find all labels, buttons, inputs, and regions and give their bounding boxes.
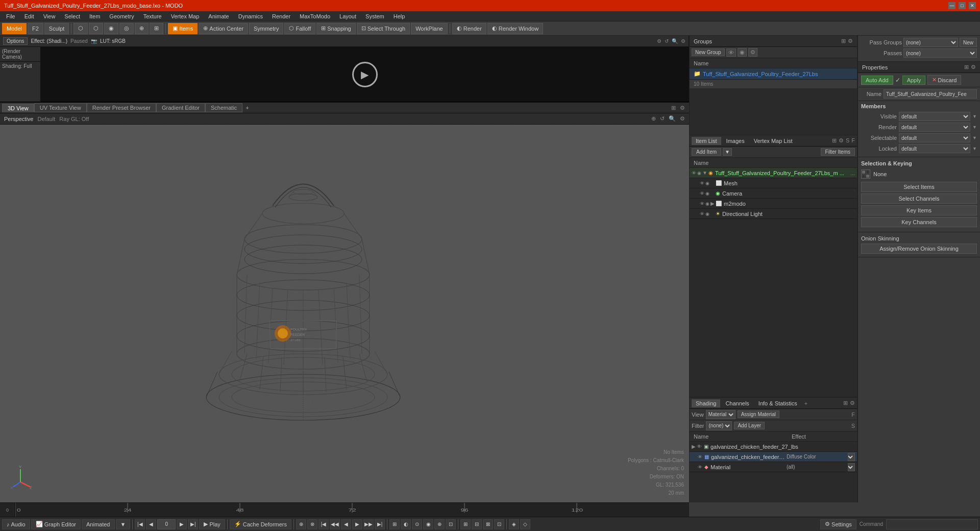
props-expand[interactable]: ⊞ <box>964 64 969 70</box>
transport-start[interactable]: |◀ <box>135 519 145 529</box>
shading-settings[interactable]: ⚙ <box>850 400 855 406</box>
scene-item-m2modo[interactable]: 👁 ◉ ▶ ⬜ m2modo <box>690 199 857 209</box>
shading-F-btn[interactable]: F <box>851 412 855 418</box>
bottom-icon-5[interactable]: ◀ <box>341 519 351 529</box>
tab-schematic[interactable]: Schematic <box>205 103 242 112</box>
perspective-label[interactable]: Perspective <box>4 116 33 122</box>
tab-render-preset[interactable]: Render Preset Browser <box>87 103 156 112</box>
filter-select[interactable]: (none) <box>706 421 732 430</box>
bottom-icon-16[interactable]: ⊟ <box>472 519 482 529</box>
selectable-select[interactable]: default <box>899 133 970 142</box>
add-item-dropdown[interactable]: ▼ <box>723 148 732 156</box>
transport-end[interactable]: ▶| <box>188 519 198 529</box>
bottom-icon-17[interactable]: ⊠ <box>483 519 493 529</box>
toolbar-icon-1[interactable]: ⬡ <box>74 23 88 34</box>
bottom-icon-4[interactable]: ◀◀ <box>330 519 340 529</box>
key-items-button[interactable]: Key Items <box>861 205 977 215</box>
visible-select[interactable]: default <box>899 112 970 121</box>
toolbar-icon-4[interactable]: ◎ <box>119 23 134 34</box>
itemlist-settings[interactable]: ⚙ <box>839 137 844 144</box>
animated-button[interactable]: Animated <box>82 519 114 529</box>
mode-sculpt-button[interactable]: Sculpt <box>44 23 69 34</box>
vp-ctrl-2[interactable]: ↺ <box>660 115 665 122</box>
shading-expand[interactable]: ⊞ <box>843 400 848 406</box>
menu-dynamics[interactable]: Dynamics <box>234 12 267 20</box>
default-label[interactable]: Default <box>37 116 55 122</box>
menu-layout[interactable]: Layout <box>335 12 360 20</box>
cache-deformers-button[interactable]: ⚡ Cache Deformers <box>230 519 291 529</box>
vp-settings[interactable]: ⚙ <box>680 115 685 122</box>
bottom-icon-10[interactable]: ◐ <box>401 519 411 529</box>
raygl-label[interactable]: Ray GL: Off <box>59 116 89 122</box>
viewport-3d[interactable]: POULTRY FEEDER 27 LBS X Z Y <box>0 125 689 502</box>
preview-control-1[interactable]: ⚙ <box>657 38 662 44</box>
groups-icon-1[interactable]: 👁 <box>726 49 736 57</box>
tab-item-list[interactable]: Item List <box>692 137 721 145</box>
play-transport-button[interactable]: ▶ Play <box>199 519 225 529</box>
menu-item[interactable]: Item <box>85 12 104 20</box>
shading-effect-select-1[interactable] <box>848 453 855 461</box>
tab-images[interactable]: Images <box>722 137 749 145</box>
vp-ctrl-3[interactable]: 🔍 <box>669 115 676 122</box>
menu-vertexmap[interactable]: Vertex Map <box>167 12 204 20</box>
menu-file[interactable]: File <box>2 12 19 20</box>
bottom-icon-12[interactable]: ◉ <box>423 519 433 529</box>
groups-expand[interactable]: ⊞ <box>841 38 846 44</box>
transport-prev[interactable]: ◀ <box>146 519 156 529</box>
frame-input[interactable] <box>157 519 176 529</box>
menu-animate[interactable]: Animate <box>204 12 233 20</box>
viewport-expand[interactable]: ⊞ <box>669 105 678 111</box>
menu-edit[interactable]: Edit <box>20 12 38 20</box>
tab-3dview[interactable]: 3D View <box>2 104 34 112</box>
command-input[interactable] <box>886 519 978 529</box>
maximize-button[interactable]: □ <box>959 2 966 9</box>
select-through-button[interactable]: ⊡ Select Through <box>357 23 410 34</box>
workplane-button[interactable]: WorkPlane <box>411 23 448 34</box>
view-select[interactable]: Material <box>706 410 736 419</box>
filter-items-button[interactable]: Filter Items <box>821 148 855 156</box>
bottom-icon-13[interactable]: ⊕ <box>434 519 445 529</box>
tab-shading[interactable]: Shading <box>692 399 720 407</box>
bottom-icon-9[interactable]: ⊞ <box>389 519 400 529</box>
select-items-button[interactable]: Select Items <box>861 182 977 192</box>
new-pass-button[interactable]: New <box>960 38 977 47</box>
preview-control-2[interactable]: ↺ <box>665 38 669 44</box>
render-window-button[interactable]: ◐ Render Window <box>487 23 543 34</box>
bottom-icon-3[interactable]: |◀ <box>318 519 329 529</box>
add-tab-button[interactable]: + <box>242 104 252 112</box>
bottom-icon-15[interactable]: ⊞ <box>460 519 471 529</box>
bottom-icon-18[interactable]: ⊡ <box>494 519 504 529</box>
tab-gradient[interactable]: Gradient Editor <box>156 103 205 112</box>
scene-item-camera[interactable]: 👁 ◉ ◉ Camera <box>690 188 857 199</box>
toolbar-icon-3[interactable]: ◉ <box>104 23 118 34</box>
apply-button[interactable]: Apply <box>902 76 926 85</box>
add-item-button[interactable]: Add Item <box>692 148 721 156</box>
tab-uv[interactable]: UV Texture View <box>34 103 87 112</box>
scene-item-root[interactable]: 👁 ◉ ▼ ◉ Tuff_Stuff_Galvanized_Poultry_Fe… <box>690 168 857 178</box>
name-input[interactable] <box>884 89 977 99</box>
transport-next[interactable]: ▶ <box>177 519 187 529</box>
vp-ctrl-1[interactable]: ⊕ <box>651 115 656 122</box>
animated-dropdown[interactable]: ▼ <box>116 519 131 529</box>
mode-model-button[interactable]: Model <box>2 23 27 34</box>
options-btn[interactable]: Options <box>3 37 28 45</box>
preview-control-3[interactable]: 🔍 <box>672 38 678 44</box>
menu-select[interactable]: Select <box>60 12 84 20</box>
new-group-button[interactable]: New Group <box>692 49 725 56</box>
shading-S-btn[interactable]: S <box>851 423 855 429</box>
play-button[interactable]: ▶ <box>352 62 378 87</box>
toolbar-icon-6[interactable]: ⊞ <box>150 23 163 34</box>
pass-groups-select[interactable]: (none) <box>903 38 958 47</box>
graph-editor-button[interactable]: 📈 Graph Editor <box>31 519 81 529</box>
symmetry-button[interactable]: Symmetry <box>249 23 284 34</box>
add-layer-btn[interactable]: Add Layer <box>734 422 765 429</box>
itemlist-more[interactable]: F <box>851 137 855 144</box>
tab-info-statistics[interactable]: Info & Statistics <box>754 399 801 407</box>
settings-button[interactable]: ⚙ Settings <box>820 519 856 529</box>
bottom-icon-8[interactable]: ▶| <box>375 519 385 529</box>
audio-button[interactable]: ♪ Audio <box>2 519 30 529</box>
bottom-icon-14[interactable]: ⊡ <box>446 519 456 529</box>
viewport-settings[interactable]: ⚙ <box>678 105 687 111</box>
items-button[interactable]: ▣ Items <box>168 23 198 34</box>
minimize-button[interactable]: — <box>948 2 955 9</box>
